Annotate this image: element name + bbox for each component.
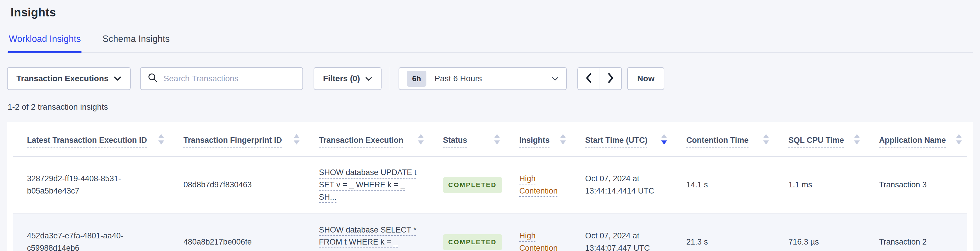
status-badge: COMPLETED	[443, 234, 502, 250]
cell-application-name: Transaction 2	[865, 214, 967, 251]
column-header-status[interactable]: Status	[429, 122, 505, 156]
chevron-down-icon	[114, 74, 121, 83]
time-range-step-group	[578, 67, 622, 90]
chevron-down-icon	[552, 74, 558, 83]
toolbar: Transaction Executions Filters (0) 6h Pa…	[7, 67, 973, 90]
next-time-range-button[interactable]	[600, 68, 621, 90]
cell-start-time: Oct 07, 2024 at 13:44:14.4414 UTC	[571, 156, 672, 214]
chevron-left-icon	[585, 73, 592, 85]
status-badge: COMPLETED	[443, 177, 502, 193]
cell-fingerprint-id: 08d8b7d97f830463	[169, 156, 305, 214]
insight-high-contention-link[interactable]: High Contention	[519, 174, 558, 195]
sort-icon[interactable]	[951, 133, 963, 147]
column-header-transaction-execution[interactable]: Transaction Execution	[305, 122, 429, 156]
cell-sql-cpu-time: 1.1 ms	[774, 156, 865, 214]
sort-icon[interactable]	[555, 133, 566, 147]
search-box	[140, 67, 303, 90]
results-count: 1-2 of 2 transaction insights	[7, 102, 973, 112]
sort-icon[interactable]	[153, 133, 165, 147]
sort-desc-icon[interactable]	[656, 133, 668, 147]
insights-table-card: Latest Transaction Execution ID Transact…	[7, 122, 973, 251]
transaction-insights-table: Latest Transaction Execution ID Transact…	[13, 122, 967, 251]
column-header-insights[interactable]: Insights	[505, 122, 571, 156]
cell-execution-id: 452da3e7-e7fa-4801-aa40-c59988d14eb6	[13, 214, 169, 251]
time-range-badge: 6h	[407, 71, 426, 87]
sort-icon[interactable]	[413, 133, 424, 147]
filters-button-label: Filters (0)	[323, 74, 360, 83]
filters-button[interactable]: Filters (0)	[313, 67, 382, 90]
sort-icon[interactable]	[489, 133, 501, 147]
previous-time-range-button[interactable]	[578, 68, 600, 90]
table-header-row: Latest Transaction Execution ID Transact…	[13, 122, 967, 156]
toolbar-divider	[390, 67, 390, 90]
transaction-execution-link[interactable]: SHOW database SELECT * FROM t WHERE k = …	[319, 225, 417, 251]
cell-contention-time: 21.3 s	[672, 214, 774, 251]
insights-page: Insights Workload Insights Schema Insigh…	[0, 0, 980, 251]
table-row: 328729d2-ff19-4408-8531-b05a5b4e43c7 08d…	[13, 156, 967, 214]
time-range-label: Past 6 Hours	[434, 74, 482, 83]
sort-icon[interactable]	[849, 133, 861, 147]
column-header-contention-time[interactable]: Contention Time	[672, 122, 774, 156]
insight-high-contention-link[interactable]: High Contention	[519, 231, 558, 251]
insight-type-dropdown[interactable]: Transaction Executions	[7, 67, 131, 90]
search-icon	[148, 73, 158, 85]
now-button[interactable]: Now	[627, 67, 664, 90]
now-button-label: Now	[637, 74, 654, 83]
time-range-picker[interactable]: 6h Past 6 Hours	[399, 67, 567, 90]
sort-icon[interactable]	[288, 133, 300, 147]
cell-start-time: Oct 07, 2024 at 13:44:07.447 UTC	[571, 214, 672, 251]
chevron-right-icon	[607, 73, 614, 85]
tab-bar: Workload Insights Schema Insights	[7, 32, 973, 53]
table-row: 452da3e7-e7fa-4801-aa40-c59988d14eb6 480…	[13, 214, 967, 251]
column-header-application-name[interactable]: Application Name	[865, 122, 967, 156]
page-title: Insights	[7, 0, 973, 19]
sort-icon[interactable]	[758, 133, 770, 147]
column-header-transaction-fingerprint-id[interactable]: Transaction Fingerprint ID	[169, 122, 305, 156]
cell-sql-cpu-time: 716.3 µs	[774, 214, 865, 251]
search-input[interactable]	[164, 74, 295, 83]
column-header-start-time[interactable]: Start Time (UTC)	[571, 122, 672, 156]
column-header-sql-cpu-time[interactable]: SQL CPU Time	[774, 122, 865, 156]
column-header-latest-transaction-execution-id[interactable]: Latest Transaction Execution ID	[13, 122, 169, 156]
transaction-execution-link[interactable]: SHOW database UPDATE t SET v = _ WHERE k…	[319, 168, 417, 201]
tab-schema-insights[interactable]: Schema Insights	[102, 32, 170, 53]
cell-execution-id: 328729d2-ff19-4408-8531-b05a5b4e43c7	[13, 156, 169, 214]
insight-type-dropdown-label: Transaction Executions	[16, 74, 108, 83]
cell-contention-time: 14.1 s	[672, 156, 774, 214]
chevron-down-icon	[365, 74, 372, 83]
tab-workload-insights[interactable]: Workload Insights	[8, 32, 81, 53]
cell-fingerprint-id: 480a8b217be006fe	[169, 214, 305, 251]
cell-application-name: Transaction 3	[865, 156, 967, 214]
